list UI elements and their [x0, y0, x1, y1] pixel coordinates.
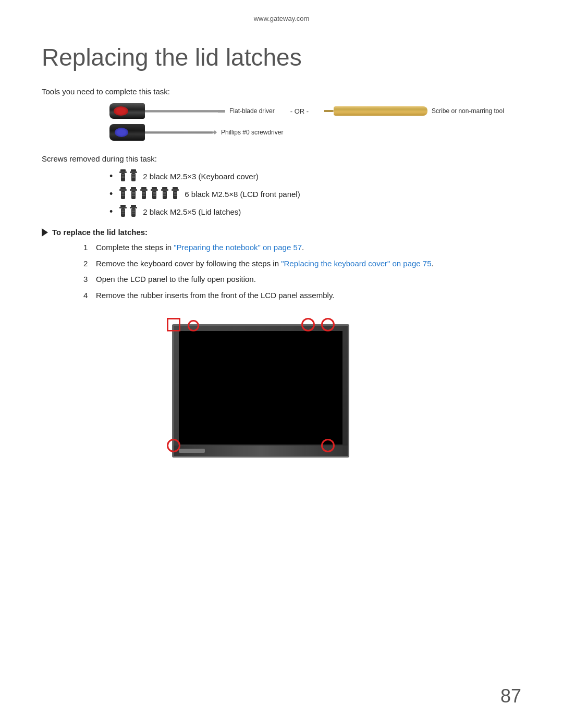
screw-hole-top-left2: [188, 320, 199, 331]
phillips-shaft: [145, 131, 213, 134]
svg-rect-0: [120, 169, 126, 171]
screw-hole-top-left: [167, 318, 180, 331]
svg-rect-37: [161, 189, 168, 191]
flatblade-label: Flat-blade driver: [229, 107, 275, 115]
svg-rect-33: [153, 192, 156, 193]
svg-rect-46: [174, 193, 177, 194]
steps-list: 1 Complete the steps in "Preparing the n…: [83, 242, 521, 301]
step-text-3: Open the LCD panel to the fully open pos…: [96, 274, 521, 286]
svg-rect-36: [162, 187, 167, 189]
bullet-2: •: [109, 189, 113, 199]
svg-rect-54: [131, 205, 136, 207]
svg-rect-7: [130, 171, 137, 173]
step-1-after: .: [302, 243, 304, 252]
screw-icon-2a: [118, 187, 128, 201]
page-number: 87: [500, 685, 521, 707]
screw-icon-2d: [149, 187, 160, 201]
screw-desc-2: 6 black M2.5×8 (LCD front panel): [185, 190, 300, 199]
screw-group-2: [118, 187, 180, 201]
flatblade-shaft: [145, 110, 218, 113]
step-num-4: 4: [83, 290, 96, 302]
svg-rect-59: [132, 213, 135, 214]
screw-item-2: • 6 black M2.5×8 (LCD front panel): [109, 187, 521, 201]
screw-icon-2c: [139, 187, 149, 201]
flatblade-driver-image: [109, 103, 225, 119]
svg-rect-6: [131, 169, 136, 171]
screw-icon-2e: [160, 187, 170, 201]
step-1: 1 Complete the steps in "Preparing the n…: [83, 242, 521, 254]
step-3: 3 Open the LCD panel to the fully open p…: [83, 274, 521, 286]
triangle-icon: [42, 228, 48, 237]
svg-rect-18: [131, 187, 136, 189]
scribe-label: Scribe or non-marring tool: [432, 107, 504, 115]
svg-rect-31: [151, 189, 158, 191]
lcd-panel-wrapper: [167, 316, 354, 462]
svg-rect-58: [132, 211, 135, 212]
step-2-text: Remove the keyboard cover by following t…: [96, 259, 281, 268]
tool-row-2: Phillips #0 screwdriver: [109, 124, 521, 141]
svg-rect-17: [121, 195, 125, 196]
step-text-2: Remove the keyboard cover by following t…: [96, 258, 521, 270]
tools-label: Tools you need to complete this task:: [42, 87, 521, 96]
phillips-driver-image: [109, 124, 217, 141]
screw-desc-3: 2 black M2.5×5 (Lid latches): [143, 207, 241, 216]
step-1-link[interactable]: "Preparing the notebook" on page 57: [174, 243, 302, 252]
svg-rect-48: [120, 205, 126, 207]
svg-rect-27: [142, 192, 145, 193]
bullet-1: •: [109, 171, 113, 181]
lcd-bezel: [172, 324, 349, 458]
svg-rect-19: [130, 189, 137, 191]
phillips-label: Phillips #0 screwdriver: [221, 129, 283, 136]
screw-icon-2f: [170, 187, 180, 201]
svg-rect-10: [132, 176, 135, 177]
svg-rect-42: [173, 187, 178, 189]
svg-rect-41: [163, 195, 166, 196]
steps-title: To replace the lid latches:: [52, 228, 148, 237]
scribe-tool-image: [324, 106, 427, 116]
svg-rect-35: [153, 195, 156, 196]
svg-rect-1: [119, 171, 127, 173]
screw-desc-1: 2 black M2.5×3 (Keyboard cover): [143, 172, 258, 181]
phillips-handle: [109, 124, 145, 141]
svg-rect-30: [152, 187, 157, 189]
lcd-label: [179, 449, 205, 453]
svg-rect-57: [132, 209, 135, 211]
screw-group-1: [118, 169, 139, 183]
svg-rect-22: [132, 193, 135, 194]
svg-rect-3: [121, 174, 125, 175]
screw-hole-top-right1: [301, 318, 315, 331]
svg-rect-25: [140, 189, 148, 191]
screw-hole-bottom-left: [167, 439, 180, 452]
screws-label: Screws removed during this task:: [42, 154, 521, 163]
flatblade-handle: [109, 103, 145, 119]
svg-rect-47: [174, 195, 177, 196]
svg-rect-34: [153, 193, 156, 194]
svg-rect-28: [142, 193, 145, 194]
bullet-3: •: [109, 207, 113, 216]
svg-rect-11: [132, 177, 135, 178]
svg-rect-53: [121, 213, 125, 214]
svg-rect-13: [119, 189, 127, 191]
svg-rect-43: [172, 189, 179, 191]
svg-rect-52: [121, 211, 125, 212]
screw-group-3: [118, 205, 139, 218]
screw-item-3: • 2 black M2.5×5 (Lid latches): [109, 205, 521, 218]
svg-rect-45: [174, 192, 177, 193]
svg-rect-21: [132, 192, 135, 193]
header-url: www.gateway.com: [0, 0, 563, 28]
step-2-link[interactable]: "Replacing the keyboard cover" on page 7…: [281, 259, 431, 268]
lcd-panel-image: [167, 316, 365, 467]
screw-icon-1a: [118, 169, 128, 183]
step-text-1: Complete the steps in "Preparing the not…: [96, 242, 521, 254]
step-text-4: Remove the rubber inserts from the front…: [96, 290, 521, 302]
screw-icon-3b: [128, 205, 139, 218]
svg-rect-15: [121, 192, 125, 193]
svg-rect-5: [121, 177, 125, 178]
step-4: 4 Remove the rubber inserts from the fro…: [83, 290, 521, 302]
screw-hole-bottom-right: [321, 439, 335, 452]
svg-rect-29: [142, 195, 145, 196]
content-area: Replacing the lid latches Tools you need…: [0, 28, 563, 498]
step-2: 2 Remove the keyboard cover by following…: [83, 258, 521, 270]
screws-list: •: [109, 169, 521, 218]
screw-icon-1b: [128, 169, 139, 183]
